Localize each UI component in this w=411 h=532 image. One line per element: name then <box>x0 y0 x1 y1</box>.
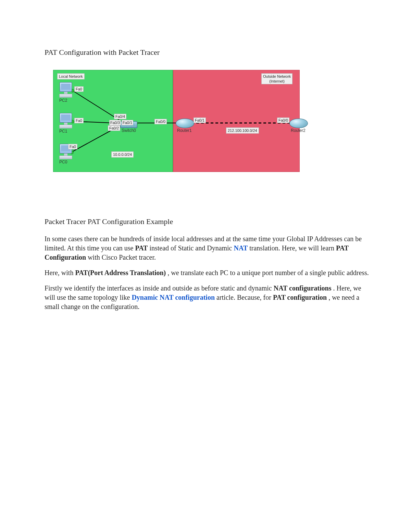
device-pc1 <box>59 113 73 128</box>
paragraph-3: Firstly we identify the interfaces as in… <box>45 284 370 311</box>
text: with Cisco Packet tracer. <box>88 253 156 261</box>
label-local-network: Local Network <box>57 73 85 79</box>
if-pc0-fa0: Fa0 <box>68 144 77 149</box>
device-router2 <box>289 119 308 128</box>
if-sw-fa03: Fa0/3 <box>109 120 121 125</box>
if-r1-fa01: Fa0/1 <box>194 117 206 123</box>
text: Firstly we identify the interfaces as in… <box>45 284 274 292</box>
label-pc0: PC0 <box>59 160 67 164</box>
label-router2: Router2 <box>291 128 306 133</box>
label-subnet-inside: 10.0.0.0/24 <box>111 151 134 158</box>
text-bold-pat: PAT <box>135 244 148 252</box>
label-switch0: Switch0 <box>122 128 136 133</box>
if-pc2-fa0: Fa0 <box>74 86 84 92</box>
paragraph-1: In some cases there can be hundreds of i… <box>45 234 370 262</box>
text-bold-nat-conf: NAT configurations <box>274 284 332 292</box>
if-pc1-fa0: Fa0 <box>74 118 84 123</box>
text: instead of Static and Dynamic <box>149 244 234 252</box>
page-title: PAT Configuration with Packet Tracer <box>45 48 370 57</box>
if-sw-fa01: Fa0/1 <box>122 120 133 125</box>
text-bold-pat-full: PAT(Port Address Translation) <box>75 269 166 276</box>
text: Here, with <box>45 269 75 276</box>
text: translation. Here, we will learn <box>249 244 336 252</box>
link-nat[interactable]: NAT <box>234 244 248 252</box>
label-router1: Router1 <box>177 128 192 133</box>
if-sw-fa02: Fa0/2 <box>108 125 120 131</box>
if-r1-fa00: Fa0/0 <box>154 119 167 124</box>
label-subnet-wan: 212.100.100.0/24 <box>226 127 259 134</box>
label-pc1: PC1 <box>59 129 67 134</box>
if-r2-fa00: Fa0/0 <box>277 117 289 123</box>
text-bold-pat-conf: PAT configuration <box>273 294 327 301</box>
device-pc2 <box>59 82 73 98</box>
label-outside-network: Outside Network (Internet) <box>261 73 292 84</box>
label-pc2: PC2 <box>59 98 67 103</box>
paragraph-2: Here, with PAT(Port Address Translation)… <box>45 268 370 277</box>
device-router1 <box>176 119 194 128</box>
if-sw-fa04: Fa0/4 <box>114 114 126 119</box>
link-dynamic-nat[interactable]: Dynamic NAT configuration <box>132 294 215 301</box>
network-diagram: Local Network Outside Network (Internet)… <box>53 70 370 173</box>
section-title: Packet Tracer PAT Configuration Example <box>45 217 370 226</box>
text: article. Because, for <box>216 294 273 301</box>
text: , we translate each PC to a unique port … <box>167 269 369 276</box>
